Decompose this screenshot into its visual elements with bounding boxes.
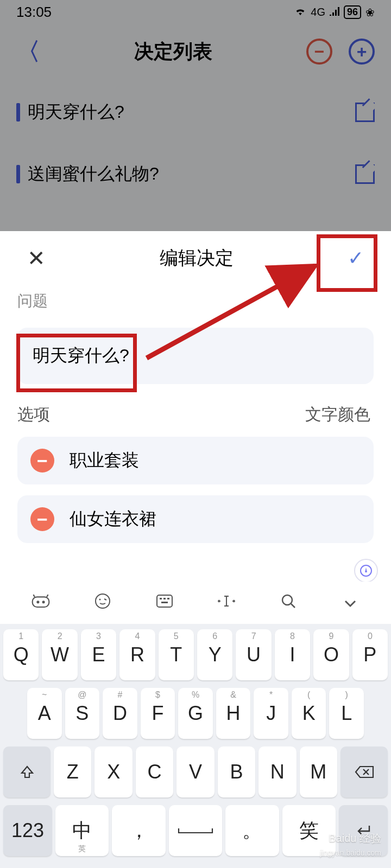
period-key[interactable]: 。 [225,805,279,856]
key-h[interactable]: &H [216,688,251,739]
delete-option-icon[interactable]: − [30,449,54,473]
list-item[interactable]: 明天穿什么? [16,100,375,124]
comma-key[interactable]: ， [112,805,165,856]
option-item[interactable]: − 职业套装 [17,437,374,484]
space-key[interactable] [169,805,222,856]
list-item-text: 明天穿什么? [28,100,124,124]
status-right: 4G 96 ❀ [294,5,375,19]
network-label: 4G [311,6,325,18]
lang-sub: 英 [78,844,86,854]
key-n[interactable]: N [258,746,296,797]
text-color-label[interactable]: 文字颜色 [305,404,370,426]
question-label: 问题 [0,285,391,317]
remove-button[interactable]: − [306,39,332,65]
decision-list: 明天穿什么? 送闺蜜什么礼物? [0,79,391,186]
wifi-icon [294,6,306,18]
key-r[interactable]: 4R [119,629,155,680]
emoji-icon[interactable] [85,593,120,613]
key-m[interactable]: M [300,746,337,797]
keyboard-rows: 1Q2W3E4R5T6Y7U8I9O0P ~A@S#D$F%G&H*J(K)L … [0,624,391,856]
option-text: 仙女连衣裙 [70,507,156,531]
question-input[interactable]: 明天穿什么? [17,328,374,384]
key-k[interactable]: (K [292,688,326,739]
language-key[interactable]: 中 英 [55,805,109,856]
key-f[interactable]: $F [141,688,175,739]
list-item[interactable]: 送闺蜜什么礼物? [16,162,375,186]
nav-bar: 〈 决定列表 − + [0,24,391,79]
key-o[interactable]: 9O [313,629,349,680]
key-t[interactable]: 5T [159,629,194,680]
baidu-icon[interactable] [23,593,58,612]
key-e[interactable]: 3E [81,629,116,680]
key-c[interactable]: C [136,746,173,797]
back-button[interactable]: 〈 [16,36,40,68]
key-z[interactable]: Z [54,746,91,797]
status-bar: 13:05 4G 96 ❀ [0,0,391,24]
svg-point-11 [282,595,292,605]
sheet-title: 编辑决定 [160,246,234,271]
accent-bar [16,165,20,183]
watermark-brand: Baidu 经验 [329,832,381,844]
signal-icon [330,6,339,18]
key-l[interactable]: )L [329,688,364,739]
key-q[interactable]: 1Q [3,629,39,680]
page-title: 决定列表 [134,39,212,65]
search-icon[interactable] [271,593,306,613]
keyboard-row-3: ZXCVBNM [3,746,388,797]
svg-point-5 [99,598,101,600]
leaf-icon: ❀ [365,6,375,19]
svg-rect-10 [161,602,168,603]
key-i[interactable]: 8I [275,629,310,680]
lang-main: 中 [72,818,92,844]
key-s[interactable]: @S [65,688,100,739]
svg-rect-6 [157,595,172,607]
key-j[interactable]: *J [254,688,288,739]
keyboard: 1Q2W3E4R5T6Y7U8I9O0P ~A@S#D$F%G&H*J(K)L … [0,582,391,868]
confirm-button[interactable]: ✓ [348,247,364,270]
edit-icon[interactable] [355,164,375,184]
key-b[interactable]: B [218,746,255,797]
status-time: 13:05 [16,4,52,21]
add-button[interactable]: + [349,39,375,65]
svg-point-4 [96,594,110,608]
key-v[interactable]: V [176,746,214,797]
background-page: 13:05 4G 96 ❀ 〈 决定列表 − + 明天穿什么? [0,0,391,231]
key-p[interactable]: 0P [352,629,388,680]
options-label: 选项 [17,404,50,426]
key-w[interactable]: 2W [42,629,77,680]
svg-rect-1 [33,597,49,607]
option-text: 职业套装 [70,449,139,473]
accent-bar [16,103,20,122]
close-button[interactable]: ✕ [27,246,46,271]
svg-point-2 [36,601,39,603]
assistant-icon[interactable] [354,559,378,583]
svg-rect-7 [160,598,162,599]
backspace-key[interactable] [340,746,388,797]
edit-icon[interactable] [355,103,375,122]
svg-point-3 [42,601,45,603]
numeric-key[interactable]: 123 [3,805,52,856]
key-x[interactable]: X [94,746,132,797]
sheet-header: ✕ 编辑决定 ✓ [0,231,391,285]
key-g[interactable]: %G [178,688,213,739]
delete-option-icon[interactable]: − [30,507,54,531]
key-u[interactable]: 7U [236,629,271,680]
svg-rect-9 [167,598,169,599]
keyboard-row-2: ~A@S#D$F%G&H*J(K)L [3,688,388,739]
watermark: Baidu 经验 jingyan.baidu.com [320,831,381,858]
keyboard-toolbar [0,582,391,624]
key-y[interactable]: 6Y [197,629,232,680]
battery-level: 96 [344,5,361,19]
option-item[interactable]: − 仙女连衣裙 [17,495,374,543]
keyboard-row-1: 1Q2W3E4R5T6Y7U8I9O0P [3,629,388,680]
list-item-text: 送闺蜜什么礼物? [28,162,159,186]
keyboard-layout-icon[interactable] [147,593,182,612]
cursor-icon[interactable] [209,593,244,612]
svg-rect-8 [163,598,166,599]
key-a[interactable]: ~A [27,688,62,739]
key-d[interactable]: #D [103,688,137,739]
collapse-keyboard-icon[interactable] [333,593,368,612]
shift-key[interactable] [3,746,51,797]
watermark-url: jingyan.baidu.com [320,848,381,857]
